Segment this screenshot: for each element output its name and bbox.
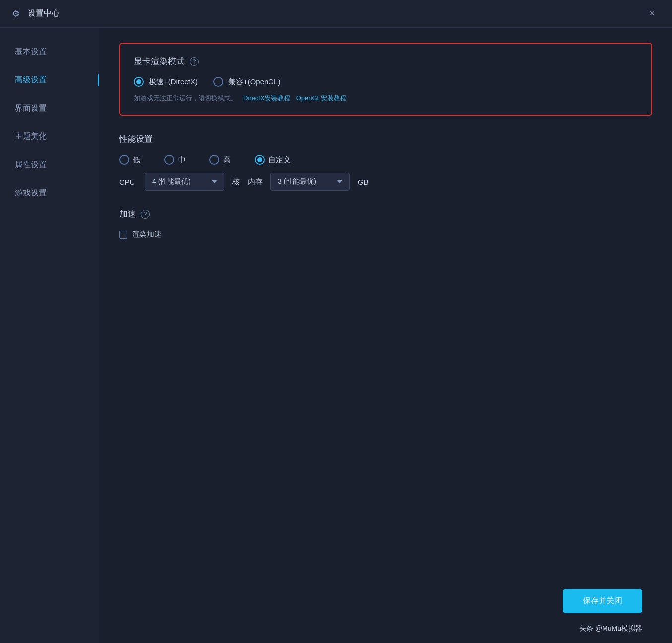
render-accel-checkbox-row[interactable]: 渲染加速 [119, 230, 652, 239]
sidebar-item-interface[interactable]: 界面设置 [0, 94, 99, 123]
perf-high-option[interactable]: 高 [209, 155, 231, 165]
mem-dropdown-arrow [337, 180, 342, 183]
opengl-label: 兼容+(OpenGL) [228, 77, 280, 87]
perf-section-title: 性能设置 [119, 133, 652, 145]
gpu-radio-row: 极速+(DirectX) 兼容+(OpenGL) [134, 77, 637, 87]
watermark-text: 头条 @MuMu模拟器 [579, 624, 642, 632]
content-area: 显卡渲染模式 ? 极速+(DirectX) 兼容+(OpenGL) 如游戏无法正… [99, 28, 672, 643]
cpu-value: 4 (性能最优) [152, 177, 191, 186]
opengl-install-link[interactable]: OpenGL安装教程 [296, 94, 346, 103]
perf-high-radio[interactable] [209, 155, 219, 165]
gpu-hint-row: 如游戏无法正常运行，请切换模式。 DirectX安装教程 OpenGL安装教程 [134, 94, 637, 103]
render-accel-label: 渲染加速 [132, 230, 162, 239]
cpu-unit: 核 [232, 177, 240, 187]
perf-section: 性能设置 低 中 高 自定义 [119, 133, 652, 191]
opengl-option[interactable]: 兼容+(OpenGL) [213, 77, 280, 87]
sidebar-item-basic[interactable]: 基本设置 [0, 38, 99, 66]
cpu-dropdown-arrow [212, 180, 217, 183]
directx-install-link[interactable]: DirectX安装教程 [243, 94, 290, 103]
save-close-button[interactable]: 保存并关闭 [563, 589, 642, 613]
directx-option[interactable]: 极速+(DirectX) [134, 77, 198, 87]
gpu-title-text: 显卡渲染模式 [134, 56, 185, 67]
mem-unit: GB [358, 178, 369, 186]
accel-help-icon[interactable]: ? [141, 210, 150, 219]
perf-custom-label: 自定义 [269, 155, 291, 165]
title-bar-left: ⚙ 设置中心 [12, 8, 60, 19]
render-accel-checkbox[interactable] [119, 231, 127, 239]
perf-mid-label: 中 [178, 155, 186, 165]
gpu-help-icon[interactable]: ? [190, 57, 199, 66]
gpu-hint-text: 如游戏无法正常运行，请切换模式。 [134, 94, 237, 103]
perf-mid-radio[interactable] [164, 155, 174, 165]
directx-label: 极速+(DirectX) [149, 77, 198, 87]
perf-custom-radio[interactable] [255, 155, 265, 165]
cpu-label: CPU [119, 178, 137, 186]
mem-value: 3 (性能最优) [278, 177, 316, 186]
cpu-dropdown[interactable]: 4 (性能最优) [145, 173, 224, 191]
accel-section: 加速 ? 渲染加速 [119, 208, 652, 239]
opengl-radio[interactable] [213, 77, 223, 87]
sidebar-item-game[interactable]: 游戏设置 [0, 179, 99, 207]
sidebar: 基本设置 高级设置 界面设置 主题美化 属性设置 游戏设置 [0, 28, 99, 643]
perf-custom-option[interactable]: 自定义 [255, 155, 291, 165]
perf-mid-option[interactable]: 中 [164, 155, 186, 165]
perf-low-radio[interactable] [119, 155, 129, 165]
perf-low-label: 低 [133, 155, 140, 165]
mem-dropdown[interactable]: 3 (性能最优) [270, 173, 350, 191]
perf-title-text: 性能设置 [119, 133, 153, 145]
sidebar-item-properties[interactable]: 属性设置 [0, 151, 99, 179]
cpu-mem-row: CPU 4 (性能最优) 核 内存 3 (性能最优) GB [119, 173, 652, 191]
perf-radio-row: 低 中 高 自定义 [119, 155, 652, 165]
perf-high-label: 高 [223, 155, 231, 165]
sidebar-item-advanced[interactable]: 高级设置 [0, 66, 99, 94]
settings-icon: ⚙ [12, 8, 23, 19]
accel-section-title: 加速 ? [119, 208, 652, 220]
gpu-render-section: 显卡渲染模式 ? 极速+(DirectX) 兼容+(OpenGL) 如游戏无法正… [119, 43, 652, 116]
perf-low-option[interactable]: 低 [119, 155, 140, 165]
title-bar: ⚙ 设置中心 × [0, 0, 672, 28]
save-btn-container: 保存并关闭 [563, 589, 642, 613]
mem-label: 内存 [248, 177, 263, 187]
gpu-section-title: 显卡渲染模式 ? [134, 56, 637, 67]
accel-title-text: 加速 [119, 208, 136, 220]
close-button[interactable]: × [644, 6, 660, 22]
window-title: 设置中心 [28, 8, 60, 19]
watermark: 头条 @MuMu模拟器 [579, 624, 642, 633]
directx-radio[interactable] [134, 77, 144, 87]
main-layout: 基本设置 高级设置 界面设置 主题美化 属性设置 游戏设置 显卡渲染模式 ? 极… [0, 28, 672, 643]
sidebar-item-theme[interactable]: 主题美化 [0, 123, 99, 151]
